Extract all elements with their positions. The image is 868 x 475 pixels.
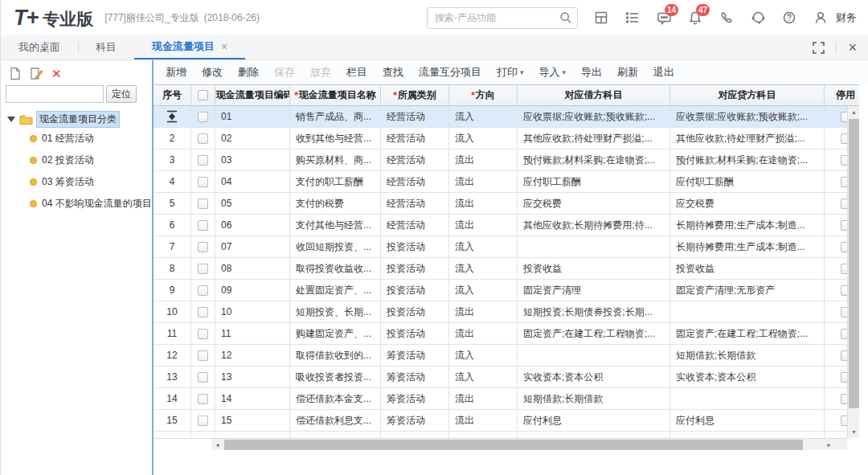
checkbox[interactable] [198, 350, 208, 361]
credit-account-cell[interactable]: 应收票据;应收账款;预收账款;... [670, 106, 825, 127]
column-header[interactable]: 序号 [154, 85, 191, 105]
row-select-cell[interactable] [191, 345, 215, 366]
code-cell[interactable]: 13 [215, 366, 290, 387]
checkbox[interactable] [198, 264, 208, 274]
debit-account-cell[interactable]: 其他应收款;长期待摊费用;待... [518, 215, 670, 235]
toolbar-button[interactable]: 栏目 [346, 65, 367, 80]
credit-account-cell[interactable]: 预付账款;材料采购;在途物资;... [670, 149, 825, 170]
debit-account-cell[interactable]: 投资收益 [518, 258, 670, 279]
direction-cell[interactable]: 流入 [449, 128, 518, 149]
direction-cell[interactable]: 流出 [449, 323, 518, 344]
credit-account-cell[interactable]: 固定资产;在建工程;工程物资;... [670, 323, 825, 344]
delete-item-icon[interactable]: ✕ [51, 68, 62, 80]
table-row[interactable]: 505支付的税费经营活动流出应交税费应交税费 [154, 193, 859, 215]
name-cell[interactable]: 购买原材料、商... [290, 149, 381, 170]
code-cell[interactable]: 07 [215, 236, 290, 257]
edit-item-icon[interactable] [30, 67, 43, 80]
column-header[interactable] [191, 85, 215, 105]
row-select-cell[interactable] [191, 215, 215, 235]
direction-cell[interactable]: 流出 [449, 149, 518, 170]
credit-account-cell[interactable]: 应付利息 [670, 410, 825, 431]
tree-item[interactable]: 02 投资活动 [7, 149, 152, 171]
help-icon[interactable] [781, 10, 797, 26]
debit-account-cell[interactable]: 应付利息 [518, 410, 670, 431]
direction-cell[interactable]: 流出 [449, 388, 518, 409]
debit-account-cell[interactable]: 短期借款;长期借款 [518, 388, 670, 409]
row-select-cell[interactable] [191, 280, 215, 301]
row-number-cell[interactable]: 9 [154, 280, 191, 301]
calculator-icon[interactable] [593, 10, 609, 26]
tab-item[interactable]: 科目 [78, 35, 134, 59]
credit-account-cell[interactable]: 投资收益 [670, 258, 825, 279]
name-cell[interactable]: 购建固定资产、... [290, 323, 381, 344]
tab-active[interactable]: 现金流量项目× [134, 35, 245, 59]
direction-cell[interactable]: 流入 [449, 106, 518, 127]
scroll-down-icon[interactable]: ▼ [848, 426, 859, 438]
vertical-scroll-thumb[interactable] [849, 119, 859, 408]
checkbox[interactable] [198, 177, 208, 187]
row-number-cell[interactable]: 12 [154, 345, 191, 366]
tree-item[interactable]: 03 筹资活动 [7, 171, 152, 193]
name-cell[interactable]: 支付的税费 [290, 193, 381, 214]
debit-account-cell[interactable]: 应交税费 [518, 193, 670, 214]
tree-expand-icon[interactable] [7, 117, 15, 122]
column-header[interactable]: *现金流量项目名称 [290, 85, 381, 105]
category-cell[interactable]: 筹资活动 [381, 345, 449, 366]
message-icon[interactable]: 14 [656, 10, 672, 26]
column-header[interactable]: 对应贷方科目 [670, 85, 825, 105]
direction-cell[interactable]: 流入 [449, 236, 518, 257]
new-item-icon[interactable] [9, 67, 22, 80]
table-row[interactable]: 1515偿还借款利息支...筹资活动流出应付利息应付利息 [154, 410, 859, 432]
category-cell[interactable]: 经营活动 [381, 215, 449, 235]
credit-account-cell[interactable]: 固定资产清理;无形资产 [670, 280, 825, 301]
direction-cell[interactable]: 流出 [449, 410, 518, 431]
table-row[interactable]: 707收回短期投资、...投资活动流入长期待摊费用;生产成本;制造... [154, 236, 859, 258]
row-number-cell[interactable]: 2 [154, 128, 191, 149]
row-number-cell[interactable]: 15 [154, 410, 191, 431]
row-number-cell[interactable]: 5 [154, 193, 191, 214]
scroll-left-icon[interactable]: ◄ [211, 439, 223, 450]
code-cell[interactable]: 08 [215, 258, 290, 279]
credit-account-cell[interactable]: 长期待摊费用;生产成本;制造... [670, 215, 825, 235]
table-row[interactable]: 1414偿还借款本金支...筹资活动流出短期借款;长期借款 [154, 388, 859, 410]
column-header[interactable]: *方向 [449, 85, 518, 105]
table-row[interactable]: 1010短期投资、长期...投资活动流出短期投资;长期债券投资;长期... [154, 301, 859, 323]
toolbar-button[interactable]: 导入▾ [539, 65, 567, 80]
category-cell[interactable]: 经营活动 [381, 193, 449, 214]
tree-root-label[interactable]: 现金流量项目分类 [36, 111, 120, 128]
checkbox[interactable] [198, 133, 208, 144]
search-icon[interactable] [559, 11, 572, 24]
category-cell[interactable]: 投资活动 [381, 280, 449, 301]
toolbar-button[interactable]: 退出 [653, 65, 674, 80]
credit-account-cell[interactable]: 应付职工薪酬 [670, 171, 825, 192]
row-select-cell[interactable] [191, 128, 215, 149]
table-row[interactable]: 1313吸收投资者投资...筹资活动流入实收资本;资本公积实收资本;资本公积 [154, 366, 859, 388]
direction-cell[interactable]: 流入 [449, 280, 518, 301]
credit-account-cell[interactable] [670, 301, 825, 322]
name-cell[interactable]: 取得借款收到的... [290, 345, 381, 366]
table-row[interactable]: 1212取得借款收到的...筹资活动流入短期借款;长期借款 [154, 345, 859, 366]
code-cell[interactable]: 04 [215, 171, 290, 192]
tab-close-icon[interactable]: × [221, 40, 227, 53]
row-select-cell[interactable] [191, 106, 215, 127]
code-cell[interactable]: 12 [215, 345, 290, 366]
toolbar-button[interactable]: 修改 [202, 65, 223, 80]
checkbox[interactable] [198, 199, 208, 209]
row-number-cell[interactable]: 14 [154, 388, 191, 409]
toolbar-button[interactable]: 查找 [383, 65, 403, 80]
tree-filter-input[interactable] [6, 85, 104, 103]
name-cell[interactable]: 收到其他与经营... [290, 128, 381, 149]
row-number-cell[interactable]: 10 [154, 301, 191, 322]
row-select-cell[interactable] [191, 236, 215, 257]
toolbar-button[interactable]: 打印▾ [497, 65, 524, 80]
row-number-cell[interactable]: 11 [154, 323, 191, 344]
row-select-cell[interactable] [191, 388, 215, 409]
row-number-cell[interactable]: 13 [154, 366, 191, 387]
code-cell[interactable]: 09 [215, 280, 290, 301]
name-cell[interactable]: 吸收投资者投资... [290, 366, 381, 387]
phone-icon[interactable] [719, 10, 735, 26]
debit-account-cell[interactable]: 其他应收款;待处理财产损溢;... [518, 128, 670, 149]
row-select-cell[interactable] [191, 301, 215, 322]
table-row[interactable]: 01销售产成品、商...经营活动流入应收票据;应收账款;预收账款;...应收票据… [154, 106, 859, 128]
debit-account-cell[interactable]: 应收票据;应收账款;预收账款;... [518, 106, 670, 127]
